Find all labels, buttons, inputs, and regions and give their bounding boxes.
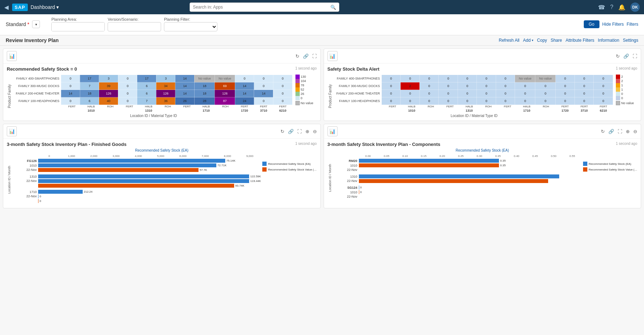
chart2-legend: 221100No value xyxy=(616,75,637,118)
notification-icon[interactable]: 🔔 xyxy=(618,4,625,11)
chart4-legend: Recommended Safety Stock (EA)Recommended… xyxy=(583,154,637,201)
chart4-icon: 📊 xyxy=(328,126,338,136)
expand-icon2[interactable]: ⛶ xyxy=(633,54,637,59)
bar-group-2: 171022-Nov212.2400 xyxy=(13,190,261,203)
chart4-subtitle: Recommended Safety Stock (EA) xyxy=(328,148,638,152)
link-icon[interactable]: 🔗 xyxy=(303,54,309,59)
chart3-body: 3-month Safety Stock Inventory Plan - Fi… xyxy=(3,139,320,208)
page-actions: Refresh All Add ▾ Copy Share Attribute F… xyxy=(499,38,638,43)
chart4-title: 3-month Safety Stock Inventory Plan - Co… xyxy=(328,142,441,147)
chart2-body: Safety Stock Delta Alert 1 second ago Pr… xyxy=(324,64,641,121)
chart2-heatmap-wrapper: FAMILY 400-SMARTPHONES0000000No valueNo … xyxy=(335,75,613,118)
chart1-heatmap-wrapper: FAMILY 400-SMARTPHONES0173017314No value… xyxy=(15,75,293,118)
chart3-title: 3-month Safety Stock Inventory Plan - Fi… xyxy=(7,142,127,147)
help-icon[interactable]: ? xyxy=(610,4,613,10)
phone-icon[interactable]: ☎ xyxy=(598,4,605,11)
chart3-y-axis-label: Location ID / Month xyxy=(7,154,12,205)
version-scenario-label: Version/Scenario: xyxy=(108,17,161,21)
chart3-icon: 📊 xyxy=(7,126,17,136)
chart1-actions: ↻ 🔗 ⛶ xyxy=(295,54,317,59)
filters-button[interactable]: Filters xyxy=(627,22,638,27)
planning-filter-label: Planning Filter: xyxy=(164,17,217,21)
bar-group-2: SG124101022-Nov00 xyxy=(334,186,582,199)
information-button[interactable]: Information xyxy=(598,38,619,43)
chart1-header: 📊 ↻ 🔗 ⛶ xyxy=(3,49,320,64)
avatar[interactable]: DK xyxy=(630,2,640,12)
chart3-actions: ↻ 🔗 ⛶ ⊕ ⊖ xyxy=(280,129,317,134)
planning-filter-field: Planning Filter: xyxy=(164,17,217,31)
chart1-legend: 1301047852260No value xyxy=(295,75,317,118)
bar-group-0: RM20101022-Nov0.350.35 xyxy=(334,159,582,172)
zoom-out-icon4[interactable]: ⊖ xyxy=(633,129,637,134)
settings-button[interactable]: Settings xyxy=(623,38,638,43)
chart3-x-scale: 01,0002,0003,0004,0005,0006,0007,0008,00… xyxy=(38,154,261,158)
heatmap2-grid: FAMILY 400-SMARTPHONES0000000No valueNo … xyxy=(335,75,613,105)
refresh-icon2[interactable]: ↻ xyxy=(616,54,620,59)
chart2-timestamp: 1 second ago xyxy=(616,66,637,70)
sap-logo: SAP xyxy=(12,4,28,11)
zoom-in-icon4[interactable]: ⊕ xyxy=(626,129,630,134)
chart3-header: 📊 ↻ 🔗 ⛶ ⊕ ⊖ xyxy=(3,124,320,139)
standard-label: Standard* xyxy=(6,21,29,27)
zoom-in-icon3[interactable]: ⊕ xyxy=(305,129,309,134)
chart2-title: Safety Stock Delta Alert xyxy=(328,66,380,72)
main-content: 📊 ↻ 🔗 ⛶ Recommended Safety Stock = 0 1 s… xyxy=(0,46,644,211)
chart3-timestamp: 1 second ago xyxy=(295,142,316,146)
hide-filters-button[interactable]: Hide Filters xyxy=(602,22,624,27)
search-bar[interactable]: 🔍 xyxy=(190,2,339,12)
chart-finished-goods: 📊 ↻ 🔗 ⛶ ⊕ ⊖ 3-month Safety Stock Invento… xyxy=(3,124,321,208)
chart-recommended-safety-stock: 📊 ↻ 🔗 ⛶ Recommended Safety Stock = 0 1 s… xyxy=(3,49,321,121)
go-button[interactable]: Go xyxy=(584,20,599,28)
filter-actions: Go Hide Filters Filters xyxy=(584,20,638,28)
refresh-icon3[interactable]: ↻ xyxy=(280,129,284,134)
planning-filter-select[interactable] xyxy=(164,22,217,31)
top-navigation: ◀ SAP Dashboard ▾ 🔍 ☎ ? 🔔 DK xyxy=(0,0,644,14)
asterisk: * xyxy=(27,21,29,27)
version-scenario-field: Version/Scenario: xyxy=(108,17,161,31)
chart1-heatmap: Product Family FAMILY 400-SMARTPHONES017… xyxy=(7,75,317,118)
chart4-bars-area: 0.000.050.100.150.200.250.300.350.400.45… xyxy=(334,154,582,201)
expand-icon3[interactable]: ⛶ xyxy=(297,129,302,134)
link-icon4[interactable]: 🔗 xyxy=(608,129,614,134)
expand-icon[interactable]: ⛶ xyxy=(312,54,317,59)
back-button[interactable]: ◀ xyxy=(4,4,9,11)
chart1-timestamp: 1 second ago xyxy=(295,66,316,70)
copy-button[interactable]: Copy xyxy=(537,38,547,43)
planning-area-input[interactable] xyxy=(52,22,105,31)
chart3-subtitle: Recommended Safety Stock (EA) xyxy=(7,148,317,152)
chart2-x-axis-title: Location ID / Material Type ID xyxy=(335,114,613,118)
chart1-x-axis-title: Location ID / Material Type ID xyxy=(15,114,293,118)
search-input[interactable] xyxy=(193,5,330,10)
bar-group-1: 131022-Nov122.59K119.44K93.74K xyxy=(13,174,261,188)
chart2-header: 📊 ↻ 🔗 ⛶ xyxy=(324,49,641,64)
chart1-body: Recommended Safety Stock = 0 1 second ag… xyxy=(3,64,320,121)
chart2-heatmap: Product Family FAMILY 400-SMARTPHONES000… xyxy=(328,75,638,118)
refresh-icon[interactable]: ↻ xyxy=(295,54,299,59)
dashboard-title: Dashboard xyxy=(31,4,55,10)
standard-dropdown-button[interactable]: ▾ xyxy=(32,20,40,28)
heatmap2-footer: FERTHALBROHFERTHALBROHFERTHALBROHFERTFER… xyxy=(335,105,613,112)
chart-safety-stock-delta: 📊 ↻ 🔗 ⛶ Safety Stock Delta Alert 1 secon… xyxy=(324,49,642,121)
planning-area-field: Planning Area: ⊞ xyxy=(51,17,105,31)
chart4-body: 3-month Safety Stock Inventory Plan - Co… xyxy=(324,139,641,204)
chart4-actions: ↻ 🔗 ⛶ ⊕ ⊖ xyxy=(601,129,637,134)
add-button[interactable]: Add ▾ xyxy=(523,38,534,43)
search-icon: 🔍 xyxy=(330,5,336,10)
chart4-header: 📊 ↻ 🔗 ⛶ ⊕ ⊖ xyxy=(324,124,641,139)
version-scenario-input[interactable] xyxy=(108,22,161,31)
standard-text: Standard xyxy=(6,21,26,27)
share-button[interactable]: Share xyxy=(551,38,562,43)
planning-area-input-wrapper: ⊞ xyxy=(51,22,105,31)
refresh-all-button[interactable]: Refresh All xyxy=(499,38,519,43)
chart3-legend: Recommended Safety Stock (EA)Recommended… xyxy=(262,154,316,205)
chart4-y-axis-label: Location ID / Month xyxy=(328,154,333,201)
attribute-filters-button[interactable]: Attribute Filters xyxy=(566,38,594,43)
page-header: Review Inventory Plan Refresh All Add ▾ … xyxy=(0,35,644,46)
refresh-icon4[interactable]: ↻ xyxy=(601,129,605,134)
zoom-out-icon3[interactable]: ⊖ xyxy=(313,129,317,134)
expand-icon4[interactable]: ⛶ xyxy=(618,129,622,134)
nav-title-chevron[interactable]: ▾ xyxy=(56,4,59,10)
filter-bar: Standard* ▾ Planning Area: ⊞ Version/Sce… xyxy=(0,14,644,35)
link-icon2[interactable]: 🔗 xyxy=(623,54,629,59)
link-icon3[interactable]: 🔗 xyxy=(288,129,294,134)
